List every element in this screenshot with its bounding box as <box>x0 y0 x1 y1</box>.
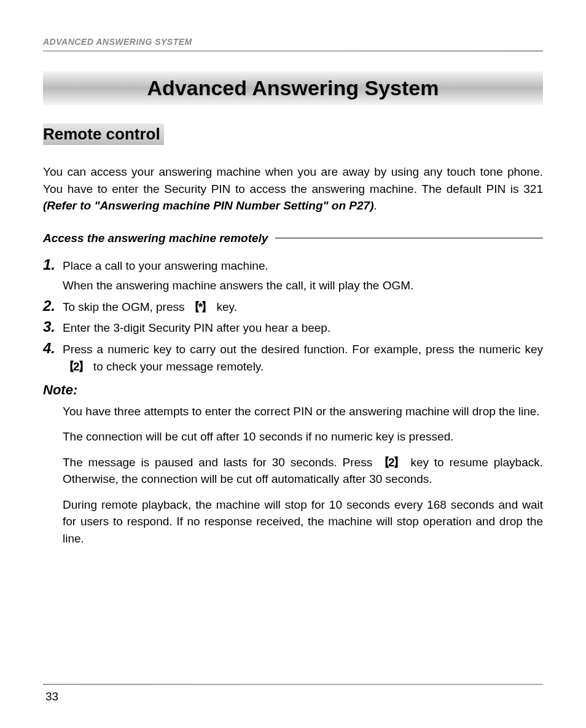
key-2-icon: 2 <box>63 358 90 376</box>
step-2-post: key. <box>213 300 237 313</box>
note-item-1: You have three attempts to enter the cor… <box>63 403 543 420</box>
subheading: Access the answering machine remotely <box>43 232 268 245</box>
step-4-post: to check your message remotely. <box>90 360 264 373</box>
subheading-divider <box>275 238 543 239</box>
title-band: Advanced Answering System <box>43 71 543 105</box>
steps-list: 1. Place a call to your answering machin… <box>43 256 543 376</box>
step-2-pre: To skip the OGM, press <box>63 300 188 313</box>
intro-reference: (Refer to "Answering machine PIN Number … <box>43 199 374 212</box>
header-divider <box>43 50 543 52</box>
step-3: 3. Enter the 3-digit Security PIN after … <box>43 318 543 337</box>
section-heading: Remote control <box>43 123 164 145</box>
step-text: To skip the OGM, press * key. <box>63 299 543 316</box>
step-number: 4. <box>43 340 63 357</box>
footer-divider <box>43 684 543 685</box>
step-4-pre: Press a numeric key to carry out the des… <box>63 343 543 356</box>
note-item-3: The message is paused and lasts for 30 s… <box>63 454 543 488</box>
footer: 33 <box>43 684 543 703</box>
subheading-row: Access the answering machine remotely <box>43 232 543 245</box>
key-2-icon: 2 <box>378 454 405 471</box>
breadcrumb: ADVANCED ANSWERING SYSTEM <box>43 37 543 47</box>
step-number: 1. <box>43 256 63 273</box>
note-label: Note: <box>43 382 543 398</box>
intro-text: You can access your answering machine wh… <box>43 165 543 195</box>
step-text: Enter the 3-digit Security PIN after you… <box>63 319 543 337</box>
page-title: Advanced Answering System <box>43 76 543 100</box>
step-number: 3. <box>43 318 63 335</box>
step-text: Place a call to your answering machine. <box>63 257 543 275</box>
note-item-4: During remote playback, the machine will… <box>63 496 543 547</box>
intro-suffix: . <box>374 199 377 212</box>
step-4: 4. Press a numeric key to carry out the … <box>43 340 543 376</box>
step-1: 1. Place a call to your answering machin… <box>43 256 543 275</box>
page-number: 33 <box>45 690 543 703</box>
note-3-pre: The message is paused and lasts for 30 s… <box>63 456 378 469</box>
note-item-2: The connection will be cut off after 10 … <box>63 428 543 445</box>
step-1-subtext: When the answering machine answers the c… <box>63 277 543 295</box>
intro-paragraph: You can access your answering machine wh… <box>43 163 543 214</box>
step-number: 2. <box>43 297 63 315</box>
step-text: Press a numeric key to carry out the des… <box>63 341 543 376</box>
key-star-icon: * <box>188 299 213 316</box>
section-heading-wrap: Remote control <box>43 123 543 163</box>
step-2: 2. To skip the OGM, press * key. <box>43 297 543 316</box>
